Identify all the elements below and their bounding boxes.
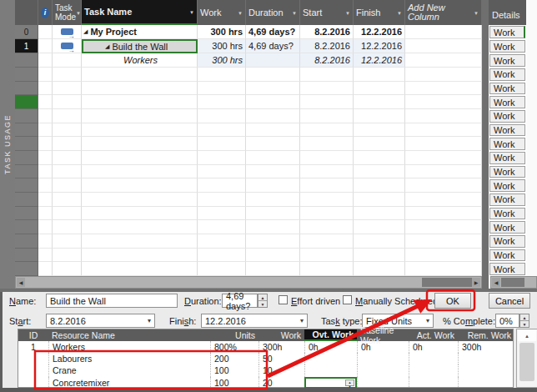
work-cell[interactable]: 300h xyxy=(258,341,304,353)
name-cell[interactable]: ◢My Project xyxy=(82,25,198,39)
act-cell[interactable] xyxy=(409,353,458,364)
details-cell[interactable]: Work xyxy=(489,234,526,249)
add-cell[interactable] xyxy=(405,53,482,68)
scrollbar-thumb[interactable] xyxy=(501,278,524,287)
expand-triangle-icon[interactable]: ◢ xyxy=(105,43,109,50)
table-horizontal-scrollbar[interactable]: ◀ ▶ xyxy=(15,276,482,289)
details-cell[interactable]: Work xyxy=(489,137,526,151)
work-cell[interactable]: 300 hrs xyxy=(198,53,246,68)
duration-spinner[interactable]: ▲▼ xyxy=(258,294,268,308)
work-cell[interactable]: 300 hrs xyxy=(198,25,246,39)
fin-cell[interactable]: 12.2.2016 xyxy=(354,39,405,53)
dur-cell[interactable]: 4,69 days? xyxy=(246,39,300,53)
usage-horizontal-scrollbar[interactable]: ◀ xyxy=(490,276,537,289)
details-cell[interactable]: Work xyxy=(489,249,526,263)
id-cell[interactable] xyxy=(18,364,48,376)
details-cell[interactable]: Work xyxy=(489,68,526,82)
cell-spinner[interactable]: ▲▼ xyxy=(345,379,354,386)
id-cell[interactable] xyxy=(18,353,48,364)
fin-cell[interactable]: 12.2.2016 xyxy=(354,25,405,39)
scroll-up-icon[interactable]: ▲ xyxy=(518,330,536,341)
scrollbar-thumb[interactable] xyxy=(422,278,472,287)
expand-triangle-icon[interactable]: ◢ xyxy=(83,28,88,35)
work-column-header[interactable]: Work xyxy=(258,329,304,341)
resource-row[interactable]: 1Workers800%300h0h0h0h300h xyxy=(18,341,513,353)
percent-complete-input[interactable]: 0% xyxy=(495,314,519,328)
num-cell[interactable] xyxy=(15,53,38,68)
resource-name-column-header[interactable]: Resource Name xyxy=(48,329,210,341)
name-cell[interactable]: Crane xyxy=(48,364,210,376)
ok-button[interactable]: OK xyxy=(434,293,471,309)
add-cell[interactable] xyxy=(405,25,482,39)
id-cell[interactable] xyxy=(18,377,48,389)
units-cell[interactable]: 200 xyxy=(210,353,258,364)
work-cell[interactable]: 50 xyxy=(258,353,304,364)
start-dropdown[interactable]: 8.2.2016 xyxy=(46,314,155,328)
num-cell[interactable]: 1 xyxy=(15,39,38,53)
info-cell[interactable] xyxy=(38,25,53,39)
finish-dropdown[interactable]: 12.2.2016 xyxy=(201,314,308,328)
work-cell[interactable]: 300 hrs xyxy=(198,39,246,53)
select-all-corner[interactable] xyxy=(15,0,38,25)
resource-row[interactable]: Labourers20050 xyxy=(18,353,513,364)
mode-cell[interactable] xyxy=(53,39,82,53)
rem-cell[interactable] xyxy=(458,364,514,376)
details-cell[interactable]: Work xyxy=(489,95,526,109)
percent-complete-spinner[interactable]: ▲▼ xyxy=(519,314,529,328)
task-mode-column-header[interactable]: Task Mode xyxy=(53,0,82,25)
units-column-header[interactable]: Units xyxy=(210,329,258,341)
filter-dropdown-icon[interactable] xyxy=(345,8,350,18)
pane-divider[interactable] xyxy=(482,0,489,289)
details-cell[interactable]: Work xyxy=(489,39,526,53)
effort-driven-checkbox[interactable] xyxy=(279,295,288,304)
num-cell[interactable]: 0 xyxy=(15,25,38,39)
ovt-work-column-header[interactable]: Ovt. Work xyxy=(304,329,357,341)
act-cell[interactable] xyxy=(409,377,458,389)
details-cell[interactable]: Work xyxy=(489,165,526,179)
units-cell[interactable]: 100 xyxy=(210,377,258,389)
details-cell[interactable]: Work xyxy=(489,109,526,123)
duration-column-header[interactable]: Duration xyxy=(246,0,300,25)
id-column-header[interactable]: ID xyxy=(18,329,48,341)
units-cell[interactable]: 800% xyxy=(210,341,258,353)
start-column-header[interactable]: Start xyxy=(300,0,354,25)
baseline-cell[interactable] xyxy=(357,364,409,376)
name-cell[interactable]: Workers xyxy=(48,341,210,353)
baseline-cell[interactable] xyxy=(357,377,409,389)
details-cell[interactable]: Work xyxy=(489,82,526,96)
task-name-column-header[interactable]: Task Name xyxy=(82,0,198,25)
name-cell[interactable]: Workers xyxy=(82,53,198,68)
ovt-work-edit-cell[interactable]: ▲▼ xyxy=(304,377,357,389)
details-cell[interactable]: Work xyxy=(489,207,526,221)
resource-grid-scrollbar[interactable]: ▲ xyxy=(516,329,537,388)
details-cell[interactable]: Work xyxy=(489,151,526,165)
filter-dropdown-icon[interactable] xyxy=(474,8,479,18)
rem-cell[interactable] xyxy=(458,377,514,389)
details-cell[interactable]: Work xyxy=(489,262,526,276)
start-cell[interactable]: 8.2.2016 xyxy=(300,39,354,53)
id-cell[interactable]: 1 xyxy=(18,341,48,353)
details-cell[interactable]: Work xyxy=(489,193,526,207)
start-cell[interactable]: 8.2.2016 xyxy=(300,25,354,39)
resource-row[interactable]: Crane10010 xyxy=(18,364,513,376)
cancel-button[interactable]: Cancel xyxy=(489,293,530,309)
filter-dropdown-icon[interactable] xyxy=(189,7,194,18)
act-cell[interactable]: 0h xyxy=(409,341,458,353)
work-cell[interactable]: 10 xyxy=(258,364,304,376)
rem-work-column-header[interactable]: Rem. Work xyxy=(458,329,514,341)
name-cell[interactable]: Labourers xyxy=(48,353,210,364)
scroll-left-icon[interactable]: ◀ xyxy=(492,278,500,287)
view-tab-task-usage[interactable]: TASK USAGE xyxy=(3,106,12,183)
act-cell[interactable] xyxy=(409,364,458,376)
info-cell[interactable] xyxy=(38,53,53,68)
scrollbar-thumb[interactable] xyxy=(519,343,534,381)
filter-dropdown-icon[interactable] xyxy=(292,8,297,18)
mode-cell[interactable] xyxy=(53,25,82,39)
ovt-cell[interactable] xyxy=(304,353,357,364)
act-work-column-header[interactable]: Act. Work xyxy=(409,329,458,341)
name-input[interactable]: Build the Wall xyxy=(46,294,178,308)
baseline-work-column-header[interactable]: Baseline Work xyxy=(357,329,409,341)
name-cell[interactable]: ◢Build the Wall xyxy=(82,39,198,53)
rem-cell[interactable] xyxy=(458,353,514,364)
details-cell[interactable]: Work xyxy=(489,53,526,68)
